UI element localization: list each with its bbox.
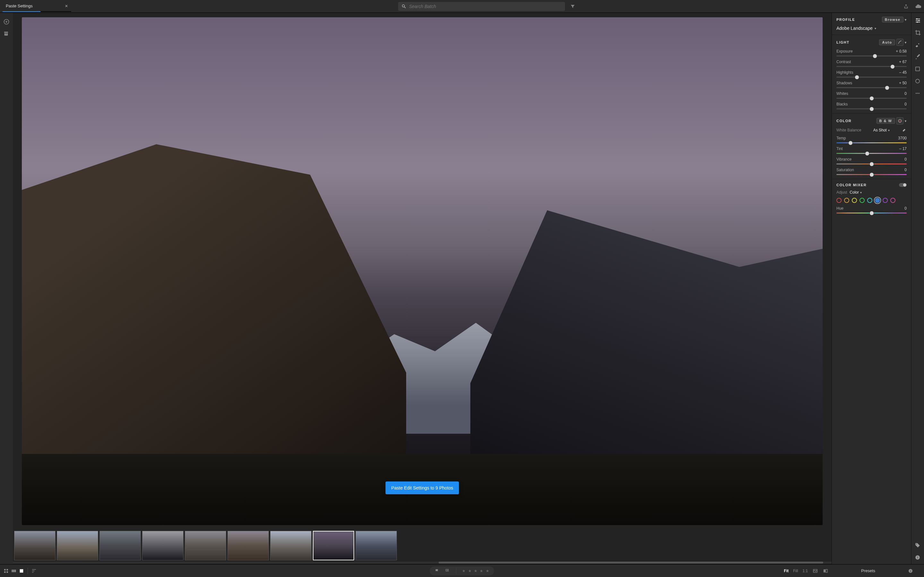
white-balance-value: As Shot: [873, 128, 887, 132]
chevron-down-icon: ▾: [860, 191, 862, 194]
info-icon[interactable]: i: [915, 554, 921, 561]
svg-rect-23: [15, 570, 16, 572]
color-swatch[interactable]: [844, 198, 849, 203]
main-photo: [22, 17, 822, 525]
presets-panel-label[interactable]: Presets: [829, 568, 908, 573]
svg-point-8: [918, 43, 919, 44]
brush-icon[interactable]: [915, 54, 921, 60]
color-swatch[interactable]: [867, 198, 872, 203]
color-swatch[interactable]: [883, 198, 888, 203]
tint-slider[interactable]: Tint– 17: [837, 147, 907, 154]
sort-icon[interactable]: [31, 568, 37, 574]
svg-rect-26: [824, 569, 825, 572]
tag-icon[interactable]: [915, 542, 921, 549]
left-rail: [0, 13, 13, 564]
filmstrip-thumb[interactable]: [313, 531, 354, 560]
document-tab[interactable]: Paste Settings ✕: [3, 0, 71, 13]
search-field[interactable]: [398, 2, 565, 11]
flag-pick-icon[interactable]: [434, 568, 440, 574]
tone-curve-icon[interactable]: [897, 39, 903, 46]
share-icon[interactable]: [903, 3, 909, 10]
star-rating[interactable]: ★ ★ ★ ★ ★: [462, 569, 489, 573]
saturation-slider[interactable]: Saturation0: [837, 168, 907, 175]
radial-gradient-icon[interactable]: [915, 78, 921, 85]
temp-slider[interactable]: Temp3700: [837, 136, 907, 143]
zoom-1-1-button[interactable]: 1:1: [803, 569, 808, 573]
exposure-slider[interactable]: Exposure+ 0.58: [837, 49, 907, 56]
profile-selector[interactable]: Adobe Landscape ▾: [837, 26, 907, 31]
contrast-slider[interactable]: Contrast+ 67: [837, 60, 907, 67]
canvas-area[interactable]: Paste Edit Settings to 9 Photos: [13, 13, 832, 530]
filmstrip-thumb[interactable]: [355, 531, 397, 560]
filmstrip-thumb[interactable]: [14, 531, 55, 560]
svg-rect-27: [826, 569, 827, 572]
filmstrip-scrollbar[interactable]: [13, 561, 832, 564]
filmstrip-thumb[interactable]: [142, 531, 184, 560]
light-section: LIGHT Auto ▾ Exposure+ 0.58Contrast+ 67H…: [832, 35, 911, 113]
filmstrip-thumb[interactable]: [185, 531, 226, 560]
show-original-icon[interactable]: [813, 568, 818, 574]
linear-gradient-icon[interactable]: [915, 66, 921, 73]
color-swatch[interactable]: [875, 198, 880, 203]
healing-brush-icon[interactable]: [915, 42, 921, 48]
color-menu-chevron-icon[interactable]: ▾: [905, 119, 907, 123]
edit-sliders-icon[interactable]: [915, 17, 921, 24]
add-icon[interactable]: [3, 19, 10, 25]
bottom-bar: ★ ★ ★ ★ ★ Fit Fill 1:1 Presets i: [0, 564, 924, 577]
blacks-slider[interactable]: Blacks0: [837, 102, 907, 109]
hue-slider-value: 0: [905, 206, 907, 211]
hue-slider-label: Hue: [837, 206, 843, 211]
white-balance-selector[interactable]: As Shot ▾: [873, 128, 890, 132]
color-section: COLOR B & W ▾ White Balance As Shot ▾: [832, 113, 911, 179]
bw-button[interactable]: B & W: [877, 118, 895, 124]
filter-icon[interactable]: [569, 3, 576, 10]
detail-view-icon[interactable]: [19, 568, 24, 574]
hue-slider[interactable]: Hue 0: [837, 206, 907, 213]
color-mixer-section-label: COLOR MIXER: [837, 183, 867, 187]
adjust-selector[interactable]: Color ▾: [850, 190, 862, 195]
svg-point-4: [916, 18, 917, 19]
svg-rect-18: [6, 569, 8, 571]
before-after-icon[interactable]: [822, 568, 829, 574]
svg-text:i: i: [917, 556, 918, 559]
search-icon: [401, 4, 407, 9]
filmstrip-thumb[interactable]: [228, 531, 269, 560]
whites-slider[interactable]: Whites0: [837, 91, 907, 99]
close-tab-icon[interactable]: ✕: [65, 4, 68, 8]
filmstrip-thumb[interactable]: [57, 531, 98, 560]
info-toggle-icon[interactable]: i: [908, 568, 921, 574]
tint-slider-value: – 17: [899, 147, 907, 151]
shadows-slider[interactable]: Shadows+ 50: [837, 81, 907, 88]
more-icon[interactable]: [915, 90, 921, 97]
compare-view-icon[interactable]: [11, 568, 17, 574]
grid-view-icon[interactable]: [3, 568, 9, 574]
auto-light-button[interactable]: Auto: [879, 39, 895, 45]
filmstrip-thumb[interactable]: [270, 531, 312, 560]
color-swatch[interactable]: [859, 198, 865, 203]
profile-menu-chevron-icon[interactable]: ▾: [905, 18, 907, 21]
color-wheel-icon[interactable]: [897, 117, 903, 124]
tint-slider-label: Tint: [837, 147, 843, 151]
highlights-slider[interactable]: Highlights– 45: [837, 70, 907, 77]
color-swatch[interactable]: [837, 198, 842, 203]
flag-reject-icon[interactable]: [444, 568, 450, 574]
tab-title: Paste Settings: [6, 3, 33, 8]
zoom-fill-button[interactable]: Fill: [793, 569, 798, 573]
filmstrip-thumb[interactable]: [99, 531, 141, 560]
top-bar: Paste Settings ✕: [0, 0, 924, 13]
zoom-fit-button[interactable]: Fit: [784, 569, 788, 573]
cloud-sync-icon[interactable]: [915, 3, 921, 10]
vibrance-slider[interactable]: Vibrance0: [837, 157, 907, 164]
color-swatch[interactable]: [852, 198, 857, 203]
color-swatch[interactable]: [890, 198, 895, 203]
archive-icon[interactable]: [3, 31, 10, 37]
filmstrip[interactable]: [13, 530, 832, 561]
color-mixer-toggle[interactable]: [899, 183, 907, 187]
vibrance-slider-value: 0: [905, 157, 907, 161]
svg-rect-24: [20, 569, 23, 572]
eyedropper-icon[interactable]: [901, 127, 907, 133]
light-menu-chevron-icon[interactable]: ▾: [905, 41, 907, 44]
search-input[interactable]: [409, 4, 562, 9]
crop-icon[interactable]: [915, 29, 921, 36]
browse-profiles-button[interactable]: Browse: [882, 17, 903, 23]
